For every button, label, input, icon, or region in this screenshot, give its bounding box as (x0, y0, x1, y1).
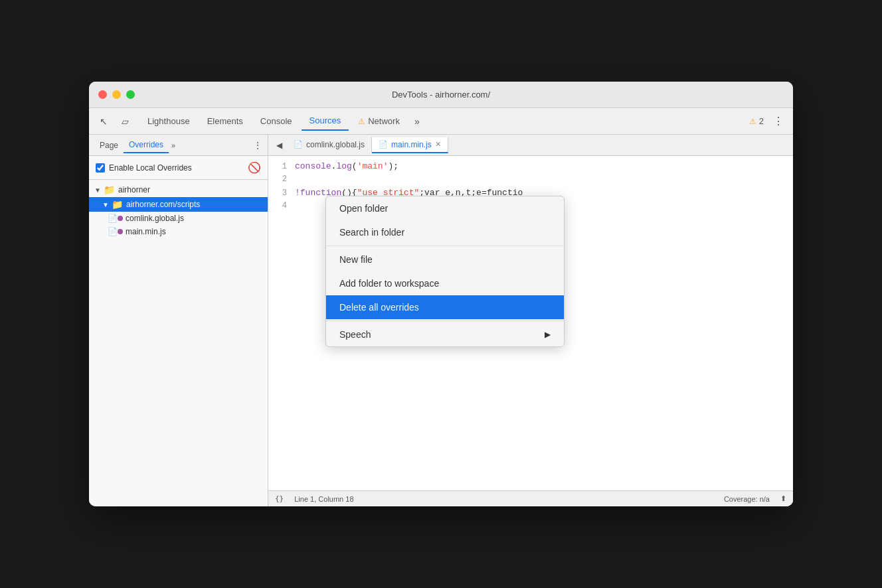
tree-folder-scripts[interactable]: ▼ 📁 airhorner.com/scripts (89, 197, 268, 212)
toolbar: ↖ ▱ Lighthouse Elements Console Sources … (89, 108, 793, 135)
main-tab-close[interactable]: ✕ (435, 140, 441, 149)
tab-console[interactable]: Console (252, 112, 300, 130)
coverage-label: Coverage: n/a (724, 495, 770, 503)
context-menu-divider-1 (326, 246, 564, 246)
badge-warning-icon: ⚠ (749, 117, 756, 126)
overrides-header: Enable Local Overrides 🚫 (89, 156, 268, 180)
file-name-comlink: comlink.global.js (126, 214, 184, 223)
sidebar-tabs-more[interactable]: » (169, 140, 178, 151)
enable-overrides-checkbox[interactable] (96, 163, 105, 173)
tab-network[interactable]: ⚠ Network (350, 112, 408, 130)
toolbar-tabs: Lighthouse Elements Console Sources ⚠ Ne… (139, 111, 425, 131)
context-menu-delete-overrides[interactable]: Delete all overrides (326, 295, 564, 319)
format-icon[interactable]: {} (275, 494, 284, 503)
folder-icon-scripts: 📁 (112, 199, 123, 210)
code-line-2: 2 (268, 175, 793, 188)
speech-submenu-arrow: ▶ (545, 330, 551, 339)
editor-tab-comlink[interactable]: 📄 comlink.global.js (287, 137, 372, 153)
main-tab-label: main.min.js (391, 140, 432, 149)
comlink-tab-label: comlink.global.js (306, 140, 365, 149)
traffic-lights (98, 90, 135, 99)
tab-sources[interactable]: Sources (302, 111, 349, 131)
tree-file-comlink[interactable]: 📄 comlink.global.js (89, 212, 268, 225)
toolbar-menu-button[interactable]: ⋮ (769, 112, 788, 131)
line-number-2: 2 (268, 175, 295, 184)
tab-elements[interactable]: Elements (199, 112, 251, 130)
block-icon: 🚫 (248, 161, 261, 174)
code-content-1: console.log('main'); (295, 161, 398, 171)
line-number-4: 4 (268, 201, 295, 210)
file-icon-comlink: 📄 (108, 214, 118, 223)
device-icon[interactable]: ▱ (116, 112, 134, 131)
context-menu-new-file[interactable]: New file (326, 248, 564, 271)
toolbar-more-button[interactable]: » (409, 113, 425, 129)
coverage-icon[interactable]: ⬆ (780, 494, 786, 503)
line-number-3: 3 (268, 188, 295, 198)
context-menu-open-folder[interactable]: Open folder (326, 196, 564, 220)
folder-arrow-airhorner: ▼ (94, 186, 104, 194)
comlink-tab-icon: 📄 (294, 140, 303, 149)
file-name-main: main.min.js (126, 227, 166, 236)
folder-arrow-scripts: ▼ (102, 201, 112, 208)
tree-file-main[interactable]: 📄 main.min.js (89, 225, 268, 238)
sidebar-kebab-button[interactable]: ⋮ (253, 140, 262, 151)
main-content: Page Overrides » ⋮ Enable Local Override… (89, 135, 793, 506)
cursor-position: Line 1, Column 18 (294, 495, 353, 503)
tab-lighthouse[interactable]: Lighthouse (139, 112, 198, 130)
sidebar-tabs: Page Overrides » ⋮ (89, 135, 268, 156)
editor-back-button[interactable]: ◀ (271, 137, 287, 153)
cursor-icon[interactable]: ↖ (94, 112, 113, 131)
enable-overrides-label[interactable]: Enable Local Overrides (96, 163, 242, 173)
window-title: DevTools - airhorner.com/ (392, 90, 490, 100)
close-button[interactable] (98, 90, 107, 99)
file-tree: ▼ 📁 airhorner ▼ 📁 airhorner.com/scripts … (89, 180, 268, 506)
sidebar-tab-overrides[interactable]: Overrides (124, 137, 169, 153)
sidebar-tab-page[interactable]: Page (94, 138, 124, 153)
tree-folder-airhorner[interactable]: ▼ 📁 airhorner (89, 183, 268, 197)
title-bar: DevTools - airhorner.com/ (89, 82, 793, 108)
minimize-button[interactable] (112, 90, 121, 99)
context-menu: Open folder Search in folder New file Ad… (325, 196, 565, 347)
sidebar: Page Overrides » ⋮ Enable Local Override… (89, 135, 268, 506)
context-menu-divider-2 (326, 321, 564, 321)
folder-name-scripts: airhorner.com/scripts (126, 200, 200, 209)
line-number-1: 1 (268, 162, 295, 171)
context-menu-speech[interactable]: Speech ▶ (326, 323, 564, 346)
maximize-button[interactable] (126, 90, 135, 99)
main-tab-icon: 📄 (379, 140, 388, 149)
network-warning-icon: ⚠ (358, 117, 365, 126)
status-bar: {} Line 1, Column 18 Coverage: n/a ⬆ (268, 490, 793, 506)
context-menu-add-folder[interactable]: Add folder to workspace (326, 271, 564, 295)
dot-comlink (118, 216, 123, 221)
code-line-1: 1 console.log('main'); (268, 161, 793, 175)
folder-name-airhorner: airhorner (118, 185, 150, 194)
folder-icon-airhorner: 📁 (104, 184, 115, 195)
dot-main (118, 229, 123, 234)
toolbar-icons: ↖ ▱ (94, 112, 134, 131)
file-icon-main: 📄 (108, 227, 118, 236)
warning-badge: ⚠ 2 (749, 116, 764, 126)
badge-count: 2 (759, 116, 764, 126)
context-menu-search-in-folder[interactable]: Search in folder (326, 220, 564, 244)
editor-tabs: ◀ 📄 comlink.global.js 📄 main.min.js ✕ (268, 135, 793, 156)
editor-tab-main[interactable]: 📄 main.min.js ✕ (372, 137, 448, 153)
